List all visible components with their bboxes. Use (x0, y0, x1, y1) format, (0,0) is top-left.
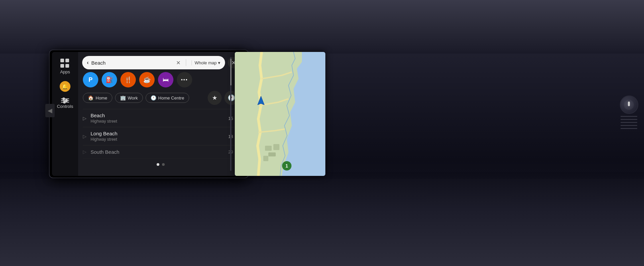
whole-map-button[interactable]: Whole map ▾ (192, 60, 220, 65)
search-results-list: ▷ Beach Highway street 15 mi ▷ Long Beac… (78, 109, 243, 158)
quick-destinations-row: 🏠 Home 🏢 Work 🕐 Home Centre ★ 🕐 (78, 91, 243, 105)
sidebar-item-notifications[interactable] (60, 81, 70, 92)
search-bar[interactable]: ‹ Beach ✕ Whole map ▾ (82, 56, 225, 69)
vent-slot-3 (621, 122, 637, 123)
apps-label: Apps (60, 69, 70, 74)
work-label: Work (128, 95, 138, 101)
svg-rect-3 (268, 152, 276, 156)
right-vent-area (615, 49, 642, 176)
star-icon: ★ (212, 94, 217, 102)
vent-slot-1 (621, 116, 637, 117)
pagination-dots (78, 158, 243, 171)
svg-text:1: 1 (285, 163, 288, 169)
more-categories-button[interactable]: ••• (177, 72, 192, 87)
result-info-long-beach: Long Beach Highway street (91, 131, 224, 142)
sidebar: Apps Controls (52, 52, 78, 176)
pagination-dot-1[interactable] (157, 163, 159, 166)
bell-icon (60, 81, 70, 92)
categories-row: P ⛽ 🍴 ☕ 🛏 ••• (78, 72, 243, 87)
sidebar-item-apps[interactable]: Apps (60, 59, 70, 74)
home-centre-label: Home Centre (158, 95, 184, 101)
vent-slot-2 (621, 119, 637, 120)
location-icon: ▷ (83, 116, 87, 121)
coffee-icon: ☕ (143, 76, 151, 83)
controls-label: Controls (57, 104, 73, 109)
scrollbar-thumb[interactable] (230, 59, 231, 85)
svg-rect-1 (265, 146, 272, 151)
search-result-long-beach[interactable]: ▷ Long Beach Highway street 18 mi (83, 127, 238, 145)
food-category-button[interactable]: 🍴 (120, 72, 136, 87)
search-result-south-beach[interactable]: ▷ South Beach 29 mi (83, 145, 238, 158)
home-centre-destination-button[interactable]: 🕐 Home Centre (146, 93, 189, 103)
pagination-dot-2[interactable] (162, 163, 165, 166)
search-input[interactable]: Beach (91, 60, 173, 66)
grid-icon (60, 59, 70, 68)
location-icon-2: ▷ (83, 134, 87, 139)
hotel-category-button[interactable]: 🛏 (158, 72, 173, 87)
gas-icon: ⛽ (106, 76, 113, 83)
sidebar-item-controls[interactable]: Controls (57, 98, 73, 109)
vent-knob-inner (624, 100, 634, 110)
chevron-down-icon: ▾ (218, 60, 220, 65)
map-view: 1 (235, 52, 325, 176)
arrow-left-icon: ◀ (48, 107, 52, 114)
result-street-beach: Highway street (91, 119, 224, 124)
whole-map-label: Whole map (195, 60, 217, 65)
result-name-beach: Beach (91, 113, 224, 118)
result-street-long-beach: Highway street (91, 137, 224, 142)
sliders-icon (61, 98, 69, 103)
clear-button[interactable]: ✕ (176, 60, 180, 66)
result-info-beach: Beach Highway street (91, 113, 224, 124)
clock-icon: 🕐 (151, 95, 156, 101)
vent-indicator (628, 102, 630, 106)
result-info-south-beach: South Beach (91, 149, 224, 155)
svg-rect-4 (263, 156, 268, 161)
map-container[interactable]: 1 (235, 52, 325, 176)
vent-slot-4 (621, 125, 637, 126)
result-name-long-beach: Long Beach (91, 131, 224, 136)
dashboard-top-surface (0, 0, 644, 54)
dashboard-texture (0, 179, 644, 266)
vent-knob[interactable] (620, 95, 638, 114)
back-button[interactable]: ‹ (87, 60, 89, 66)
favorites-button[interactable]: ★ (208, 91, 222, 105)
more-icon: ••• (181, 77, 188, 82)
vent-slot-5 (621, 128, 637, 129)
restaurant-icon: 🍴 (124, 76, 132, 83)
location-icon-3: ▷ (83, 149, 87, 154)
svg-rect-2 (273, 144, 279, 150)
work-icon: 🏢 (120, 95, 126, 101)
main-content-area: ‹ Beach ✕ Whole map ▾ ✕ P ⛽ 🍴 (78, 52, 243, 176)
home-label: Home (96, 95, 107, 101)
hotel-icon: 🛏 (163, 76, 169, 83)
main-screen: Apps Controls ‹ (52, 52, 243, 176)
gas-category-button[interactable]: ⛽ (102, 72, 117, 87)
parking-category-button[interactable]: P (83, 72, 98, 87)
home-icon: 🏠 (88, 95, 94, 101)
left-nav-arrow[interactable]: ◀ (45, 104, 55, 117)
home-destination-button[interactable]: 🏠 Home (83, 93, 112, 103)
result-name-south-beach: South Beach (91, 149, 224, 155)
parking-icon: P (89, 76, 93, 83)
search-result-beach[interactable]: ▷ Beach Highway street 15 mi (83, 109, 238, 127)
coffee-category-button[interactable]: ☕ (139, 72, 155, 87)
work-destination-button[interactable]: 🏢 Work (115, 93, 143, 103)
history-icon: 🕐 (228, 94, 235, 102)
